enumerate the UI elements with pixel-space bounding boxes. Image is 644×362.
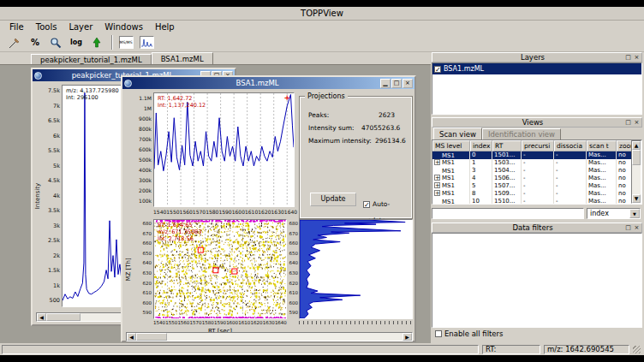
table-row[interactable]: +MS111503...--Mas...no bbox=[432, 159, 641, 167]
expander-icon[interactable]: + bbox=[434, 175, 440, 181]
table-cell: Mas... bbox=[587, 167, 617, 175]
peak-map-2d[interactable]: RT: 1,614.65 m/z: 671.75083 Int: 2,718.5… bbox=[153, 219, 287, 319]
y-tick-label: 6.5k bbox=[48, 118, 60, 124]
scroll-thumb[interactable] bbox=[632, 150, 641, 165]
scroll-down-icon[interactable]: ▼ bbox=[632, 194, 641, 203]
close-panel-icon[interactable]: × bbox=[633, 119, 641, 127]
data-filters-panel: □ Data filters □ × Enable all filters bbox=[432, 223, 642, 340]
scroll-right-icon[interactable]: ▶ bbox=[402, 333, 412, 341]
tab-peakpicker-tutorial-1-mzml[interactable]: peakpicker_tutorial_1.mzML bbox=[31, 54, 152, 64]
x-tick-label: 1550 bbox=[165, 321, 177, 326]
scan-filter-input[interactable] bbox=[432, 208, 584, 219]
enable-filters-row[interactable]: Enable all filters bbox=[432, 328, 642, 340]
tab-scan-view[interactable]: Scan view bbox=[433, 128, 482, 139]
x-tick-label: 1560 bbox=[177, 321, 189, 326]
tab-identification-view[interactable]: Identification view bbox=[482, 128, 561, 139]
column-header-scan-t[interactable]: scan t bbox=[587, 140, 617, 151]
table-cell: Mas... bbox=[587, 182, 617, 190]
scroll-track[interactable] bbox=[167, 333, 402, 341]
snap-to-maximum-icon[interactable] bbox=[87, 34, 106, 50]
y-tick-label: 3k bbox=[53, 223, 60, 229]
intensity-percentage-icon[interactable]: % bbox=[26, 34, 45, 50]
close-icon[interactable]: × bbox=[402, 79, 413, 88]
menu-bar: FileToolsLayerWindowsHelp bbox=[0, 21, 644, 33]
rt-projection-y-axis: 1.1M1M900k800k700k600k500k400k300k200k10… bbox=[129, 96, 152, 204]
layers-list: ✓BSA1.mzML bbox=[432, 62, 642, 115]
draw-line-icon[interactable] bbox=[5, 34, 24, 50]
menu-layer[interactable]: Layer bbox=[63, 21, 98, 33]
mz-projection-plot[interactable] bbox=[299, 219, 413, 319]
close-panel-icon[interactable]: × bbox=[633, 54, 641, 62]
document-tabbar: peakpicker_tutorial_1.mzMLBSA1.mzML bbox=[0, 52, 431, 64]
tab-bsa1-mzml[interactable]: BSA1.mzML bbox=[152, 52, 213, 64]
layer-visibility-checkbox[interactable]: ✓ bbox=[434, 66, 441, 73]
spectrum-view-icon[interactable] bbox=[137, 34, 156, 50]
layers-panel-header[interactable]: □ Layers □ × bbox=[432, 52, 642, 62]
zoom-magnifier-icon[interactable] bbox=[46, 34, 65, 50]
window-titlebar[interactable]: TOPPView bbox=[0, 7, 644, 21]
intensity-sum-label: Intensity sum: bbox=[308, 125, 355, 132]
scroll-thumb[interactable] bbox=[136, 333, 167, 341]
update-button[interactable]: Update bbox=[310, 193, 356, 206]
scroll-left-icon[interactable]: ◀ bbox=[127, 333, 136, 341]
x-tick-label: 1590 bbox=[218, 210, 231, 215]
table-row[interactable]: MS131504...--Mas...no bbox=[432, 167, 641, 175]
column-header-rt[interactable]: RT bbox=[492, 140, 522, 151]
scroll-left-icon[interactable]: ◀ bbox=[37, 313, 46, 321]
data-filters-header[interactable]: □ Data filters □ × bbox=[432, 223, 642, 233]
chevron-down-icon[interactable]: ▼ bbox=[629, 209, 640, 218]
restore-icon[interactable]: □ bbox=[391, 79, 402, 88]
log-intensity-icon[interactable]: log bbox=[67, 34, 86, 50]
toppview-logo-icon bbox=[34, 72, 42, 80]
vertical-scrollbar[interactable]: ▲ ▼ bbox=[631, 140, 641, 204]
float-panel-icon[interactable]: □ bbox=[624, 119, 632, 127]
bsa1-titlebar[interactable]: BSA1.mzML ▁ □ × bbox=[122, 77, 414, 89]
menu-tools[interactable]: Tools bbox=[30, 21, 63, 33]
table-cell: - bbox=[522, 182, 554, 190]
map-x-axis: 1540155015601570158015901600161016201630… bbox=[153, 321, 287, 326]
table-row[interactable]: MS101501...--Mas...no bbox=[432, 151, 641, 159]
table-row[interactable]: +MS151507...--Mas...no bbox=[432, 182, 641, 190]
scroll-thumb[interactable] bbox=[46, 313, 80, 321]
float-panel-icon[interactable]: □ bbox=[624, 224, 632, 232]
y-tick-label: 7k bbox=[53, 104, 60, 110]
expander-icon[interactable]: + bbox=[434, 182, 440, 188]
column-header-precursi[interactable]: precursi bbox=[522, 140, 554, 151]
y-tick-label: 400k bbox=[139, 168, 152, 173]
resize-grip[interactable] bbox=[633, 346, 641, 353]
table-row[interactable]: +MS141506...--Mas...no bbox=[432, 175, 641, 182]
float-panel-icon[interactable]: □ bbox=[624, 54, 632, 62]
column-header-index[interactable]: index bbox=[470, 140, 492, 151]
y-tick-label: 620 bbox=[143, 282, 152, 287]
close-panel-icon[interactable]: × bbox=[633, 224, 641, 232]
rt-projection-plot[interactable]: RT: 1,642.72 Int: 1,137,240.12 + bbox=[153, 92, 295, 207]
y-tick-label: 700k bbox=[139, 137, 152, 142]
msms-view-icon[interactable]: MS/MS bbox=[116, 34, 135, 50]
y-tick-label: 6k bbox=[53, 134, 60, 139]
menu-help[interactable]: Help bbox=[149, 21, 181, 33]
column-header-ms-level[interactable]: MS level bbox=[432, 140, 470, 151]
y-tick-label: 5k bbox=[53, 163, 60, 169]
pen-icon bbox=[9, 37, 21, 49]
expander-icon[interactable]: + bbox=[434, 159, 440, 165]
views-panel-header[interactable]: □ Views □ × bbox=[432, 117, 642, 128]
bsa1-window[interactable]: BSA1.mzML ▁ □ × 1.1M1M900k800k700k600k50… bbox=[121, 75, 416, 342]
expander-icon[interactable]: + bbox=[434, 190, 440, 196]
table-row[interactable]: MS1101510...--Mas...no bbox=[432, 198, 641, 205]
x-tick-label: 1610 bbox=[245, 210, 258, 215]
column-header-dissocia[interactable]: dissocia bbox=[554, 140, 587, 151]
enable-filters-label: Enable all filters bbox=[444, 329, 504, 338]
enable-filters-checkbox[interactable] bbox=[435, 330, 442, 337]
table-cell: - bbox=[554, 159, 587, 167]
horizontal-scrollbar[interactable]: ◀ ▶ bbox=[126, 332, 413, 341]
scroll-track[interactable] bbox=[632, 165, 641, 194]
scroll-up-icon[interactable]: ▲ bbox=[632, 141, 641, 150]
table-row[interactable]: +MS181509...--Mas...no bbox=[432, 190, 641, 198]
layer-item-bsa1-mzml[interactable]: ✓BSA1.mzML bbox=[432, 63, 641, 74]
scan-table: MS levelindexRTprecursidissociascan tzoo… bbox=[432, 139, 642, 205]
menu-windows[interactable]: Windows bbox=[98, 21, 149, 33]
column-header-zoom[interactable]: zoom bbox=[617, 140, 632, 151]
index-combo[interactable]: index ▼ bbox=[587, 208, 641, 219]
menu-file[interactable]: File bbox=[3, 21, 30, 33]
minimize-icon[interactable]: ▁ bbox=[380, 79, 391, 88]
